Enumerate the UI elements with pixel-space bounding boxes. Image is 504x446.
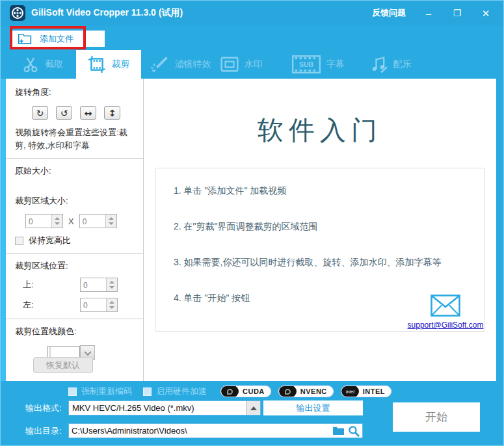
rotation-hint-text: 视频旋转将会重置这些设置:裁剪, 特效,水印和字幕 (15, 126, 138, 151)
top-position-spinner[interactable]: 0 (80, 278, 118, 292)
crop-width-spinner[interactable]: 0 (25, 214, 63, 228)
tab-trim[interactable]: 截取 (10, 50, 75, 79)
output-dir-input[interactable] (69, 424, 332, 438)
feedback-link[interactable]: 反馈问题 (372, 7, 406, 19)
tab-label: 配乐 (393, 59, 412, 70)
scissors-icon (21, 55, 40, 73)
force-reencode-checkbox[interactable] (68, 387, 77, 396)
rotation-buttons: ↻ ↺ ↔ ↕ (32, 106, 138, 120)
browse-folder-icon[interactable] (332, 426, 345, 436)
crop-size-label: 裁剪区域大小: (15, 195, 138, 207)
arrow-up-icon (250, 406, 257, 410)
output-format-value: MKV HEVC/H.265 Video (*.mkv) (69, 403, 246, 413)
left-position-value: 0 (81, 298, 106, 311)
keep-ratio-label: 保持宽高比 (29, 235, 71, 246)
crop-icon (88, 55, 106, 73)
nvidia-logo-icon (221, 386, 239, 397)
output-settings-button[interactable]: 输出设置 (263, 400, 363, 415)
add-file-strip: 添加文件 (12, 31, 105, 47)
flip-vertical-button[interactable]: ↕ (104, 106, 120, 120)
getting-started-panel: 软件入门 1. 单击 "添加文件" 加载视频 2. 在"剪裁"界面调整裁剪的区域… (144, 79, 496, 381)
tab-subtitle[interactable]: SUB 字幕 (285, 50, 351, 79)
crop-settings-panel: 旋转角度: ↻ ↺ ↔ ↕ 视频旋转将会重置这些设置:裁剪, 特效,水印和字幕 … (6, 79, 144, 381)
add-file-button[interactable]: 添加文件 (12, 33, 73, 45)
rotate-cw-button[interactable]: ↻ (32, 106, 48, 120)
maximize-button[interactable]: ❐ (451, 8, 463, 18)
left-position-row: 左: 0 (23, 298, 138, 312)
tab-crop[interactable]: 裁剪 (76, 50, 141, 79)
email-envelope-icon (431, 295, 460, 317)
tab-filter-effects[interactable]: 滤镜特效 (145, 50, 217, 79)
divider (6, 319, 143, 319)
content-area: 旋转角度: ↻ ↺ ↔ ↕ 视频旋转将会重置这些设置:裁剪, 特效,水印和字幕 … (1, 79, 503, 381)
divider (6, 158, 143, 159)
left-label: 左: (23, 299, 80, 311)
spinner-arrows[interactable] (106, 298, 117, 311)
line-color-label: 裁剪位置线颜色: (15, 326, 138, 337)
crop-width-value: 0 (26, 215, 51, 228)
tab-label: 滤镜特效 (175, 59, 211, 70)
top-position-row: 上: 0 (23, 278, 138, 292)
subtitle-sub-icon: SUB (292, 55, 321, 73)
tab-label: 裁剪 (112, 59, 130, 70)
size-separator: X (68, 216, 74, 226)
app-window: GiliSoft Video Cropper 11.3.0 (试用) 反馈问题 … (0, 0, 504, 446)
nvenc-badge: NVENC (278, 386, 334, 397)
crop-height-spinner[interactable]: 0 (79, 214, 117, 228)
top-label: 上: (23, 279, 80, 291)
crop-size-row: 0 X 0 (25, 214, 138, 228)
flip-horizontal-button[interactable]: ↔ (80, 106, 96, 120)
cuda-badge: CUDA (220, 386, 271, 397)
rotation-label: 旋转角度: (15, 86, 138, 98)
tab-music[interactable]: 配乐 (360, 50, 421, 79)
spinner-arrows[interactable] (51, 215, 62, 228)
output-format-combobox[interactable]: MKV HEVC/H.265 Video (*.mkv) (68, 400, 261, 415)
tab-label: 水印 (245, 59, 263, 70)
rotate-ccw-button[interactable]: ↺ (56, 106, 72, 120)
top-position-value: 0 (81, 278, 106, 291)
encode-options-row: 强制重新编码 启用硬件加速 CUDA NVENC intel INTEL (68, 386, 391, 397)
output-dir-field (68, 423, 363, 438)
restore-default-button[interactable]: 恢复默认 (33, 357, 93, 373)
step-3: 3. 如果需要,你还可以同时进行截取、旋转、添加水印、添加字幕等 (174, 257, 478, 269)
left-position-spinner[interactable]: 0 (80, 298, 118, 312)
crop-height-value: 0 (80, 215, 105, 228)
tab-bar: 截取 裁剪 滤镜特效 水印 (1, 50, 503, 79)
close-button[interactable]: ✕ (480, 8, 492, 18)
step-2: 2. 在"剪裁"界面调整裁剪的区域范围 (174, 221, 478, 233)
watermark-icon (220, 57, 239, 72)
start-button[interactable]: 开始 (393, 402, 480, 432)
folder-plus-icon (18, 33, 32, 45)
open-folder-search-icon[interactable] (348, 425, 360, 437)
divider (6, 253, 143, 254)
tab-label: 字幕 (326, 59, 345, 70)
force-reencode-label: 强制重新编码 (81, 386, 132, 397)
magic-wand-icon (151, 55, 169, 73)
nvidia-logo-icon (279, 386, 297, 397)
title-bar: GiliSoft Video Cropper 11.3.0 (试用) 反馈问题 … (1, 1, 503, 25)
getting-started-title: 软件入门 (144, 79, 496, 148)
original-size-label: 原始大小: (15, 165, 138, 177)
intel-logo-icon: intel (341, 386, 359, 397)
spinner-arrows[interactable] (106, 278, 117, 291)
minimize-button[interactable]: – (423, 8, 434, 18)
intel-badge: intel INTEL (341, 386, 391, 397)
crop-position-label: 裁剪区域位置: (15, 260, 138, 272)
app-logo-icon (10, 5, 25, 21)
left-edge-strip (1, 79, 6, 381)
output-dir-label: 输出目录: (25, 425, 62, 437)
support-email-link[interactable]: support@GiliSoft.com (399, 321, 492, 330)
output-format-label: 输出格式: (25, 402, 62, 414)
combobox-arrow-button[interactable] (246, 401, 260, 415)
keep-ratio-checkbox[interactable] (15, 237, 23, 245)
tab-watermark[interactable]: 水印 (214, 50, 269, 79)
footer-bar: 强制重新编码 启用硬件加速 CUDA NVENC intel INTEL 输出格… (1, 381, 503, 446)
window-title: GiliSoft Video Cropper 11.3.0 (试用) (31, 7, 183, 19)
spinner-arrows[interactable] (105, 215, 116, 228)
hw-accel-label: 启用硬件加速 (156, 386, 207, 397)
chevron-down-icon (84, 348, 91, 355)
support-block: support@GiliSoft.com (399, 295, 492, 330)
step-1: 1. 单击 "添加文件" 加载视频 (174, 185, 478, 197)
keep-ratio-row: 保持宽高比 (15, 235, 138, 246)
hw-accel-checkbox[interactable] (143, 387, 152, 396)
